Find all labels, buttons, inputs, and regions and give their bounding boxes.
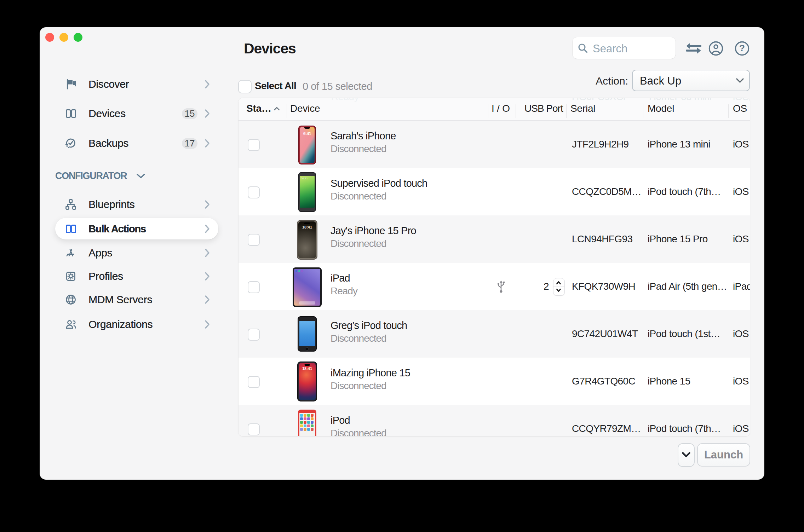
svg-text:?: ? <box>739 43 745 53</box>
